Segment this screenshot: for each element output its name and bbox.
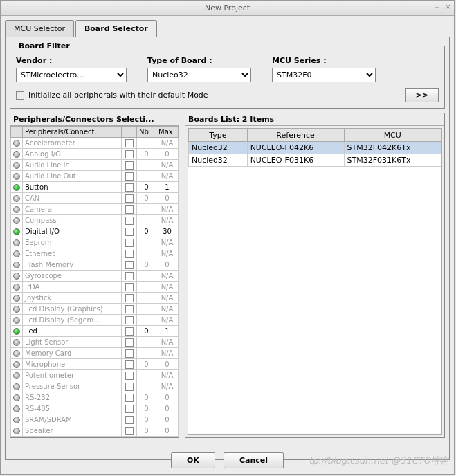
expand-button[interactable]: >>: [405, 88, 439, 102]
periph-checkbox[interactable]: [125, 416, 134, 424]
periph-checkbox[interactable]: [125, 228, 134, 236]
status-dot-icon: [13, 273, 20, 280]
periph-name: Audio Line Out: [23, 171, 122, 182]
periph-row[interactable]: JoystickN/A: [11, 293, 179, 304]
type-select[interactable]: Nucleo32: [147, 68, 251, 82]
periph-name: Camera: [23, 204, 122, 215]
periph-checkbox[interactable]: [125, 150, 134, 158]
board-row[interactable]: Nucleo32NUCLEO-F042K6STM32F042K6Tx: [189, 142, 441, 154]
periph-row[interactable]: Memory CardN/A: [11, 348, 179, 359]
periph-checkbox[interactable]: [125, 316, 134, 324]
periph-row[interactable]: Audio Line OutN/A: [11, 171, 179, 182]
periph-checkbox[interactable]: [125, 139, 134, 147]
periph-row[interactable]: RS-48500: [11, 403, 179, 414]
periph-row[interactable]: Digital I/O030: [11, 226, 179, 237]
periph-row[interactable]: Light SensorN/A: [11, 337, 179, 348]
periph-row[interactable]: GyroscopeN/A: [11, 271, 179, 282]
periph-row[interactable]: CAN00: [11, 193, 179, 204]
periph-row[interactable]: EepromN/A: [11, 237, 179, 248]
board-mcu: STM32F042K6Tx: [344, 142, 441, 154]
periph-checkbox[interactable]: [125, 194, 134, 203]
periph-checkbox[interactable]: [125, 272, 134, 280]
periph-row[interactable]: IrDAN/A: [11, 282, 179, 293]
periph-checkbox[interactable]: [125, 405, 134, 413]
periph-checkbox[interactable]: [125, 205, 134, 214]
periph-checkbox[interactable]: [125, 183, 134, 192]
periph-checkbox[interactable]: [125, 383, 134, 391]
periph-row[interactable]: Lcd Display (Graphics)N/A: [11, 304, 179, 315]
periph-row[interactable]: Temperature SensorN/A: [11, 437, 179, 438]
tab-board-selector[interactable]: Board Selector: [75, 20, 157, 37]
periph-name: Compass: [23, 215, 122, 226]
periph-max: N/A: [156, 237, 179, 248]
periph-checkbox[interactable]: [125, 250, 134, 258]
periph-nb: 0: [137, 425, 156, 437]
board-type: Nucleo32: [189, 154, 248, 167]
vendor-select[interactable]: STMicroelectro...: [16, 68, 127, 82]
periph-row[interactable]: Microphone00: [11, 359, 179, 370]
periph-checkbox[interactable]: [125, 283, 134, 291]
periph-max: N/A: [156, 271, 179, 282]
periph-row[interactable]: Flash Memory00: [11, 259, 179, 271]
periph-nb: [137, 215, 156, 226]
status-dot-icon: [13, 184, 20, 191]
periph-name: RS-485: [23, 403, 122, 414]
periph-row[interactable]: Led01: [11, 326, 179, 337]
peripherals-scroll[interactable]: Peripherals/Connect... Nb Max Accelerome…: [10, 126, 179, 437]
periph-checkbox[interactable]: [125, 360, 134, 369]
periph-row[interactable]: Pressure SensorN/A: [11, 381, 179, 392]
boards-title: Boards List: 2 Items: [185, 113, 444, 126]
cancel-button[interactable]: Cancel: [224, 452, 284, 468]
periph-row[interactable]: CameraN/A: [11, 204, 179, 215]
periph-checkbox[interactable]: [125, 372, 134, 380]
periph-header-nb[interactable]: Nb: [137, 127, 156, 138]
boards-header-mcu[interactable]: MCU: [344, 129, 441, 142]
board-row[interactable]: Nucleo32NUCLEO-F031K6STM32F031K6Tx: [189, 154, 441, 167]
periph-max: N/A: [156, 315, 179, 326]
periph-checkbox[interactable]: [125, 394, 134, 402]
periph-row[interactable]: Analog I/O00: [11, 149, 179, 160]
periph-row[interactable]: SRAM/SDRAM00: [11, 414, 179, 425]
periph-max: N/A: [156, 370, 179, 381]
periph-checkbox[interactable]: [125, 161, 134, 170]
periph-row[interactable]: Lcd Display (Segem...N/A: [11, 315, 179, 326]
periph-row[interactable]: Button01: [11, 182, 179, 193]
periph-checkbox[interactable]: [125, 338, 134, 347]
periph-row[interactable]: Speaker00: [11, 425, 179, 437]
board-filter-group: Board Filter Vendor : STMicroelectro... …: [10, 42, 445, 109]
window-title: New Project: [205, 3, 250, 12]
ok-button[interactable]: OK: [171, 452, 215, 468]
init-checkbox[interactable]: [16, 91, 24, 100]
periph-row[interactable]: PotentiometerN/A: [11, 370, 179, 381]
periph-checkbox[interactable]: [125, 217, 134, 225]
periph-checkbox[interactable]: [125, 239, 134, 247]
boards-panel: Boards List: 2 Items Type Reference MCU …: [185, 113, 445, 438]
periph-row[interactable]: Audio Line InN/A: [11, 160, 179, 171]
status-dot-icon: [13, 140, 20, 147]
periph-checkbox[interactable]: [125, 261, 134, 269]
periph-checkbox[interactable]: [125, 294, 134, 302]
periph-checkbox[interactable]: [125, 327, 134, 336]
tab-bar: MCU Selector Board Selector: [5, 20, 450, 37]
status-dot-icon: [13, 339, 20, 346]
periph-row[interactable]: EthernetN/A: [11, 248, 179, 259]
series-select[interactable]: STM32F0: [272, 68, 376, 82]
minimize-icon[interactable]: ＋: [433, 2, 441, 12]
periph-checkbox[interactable]: [125, 305, 134, 313]
periph-max: N/A: [156, 204, 179, 215]
periph-name: CAN: [23, 193, 122, 204]
periph-header-name[interactable]: Peripherals/Connect...: [23, 127, 122, 138]
periph-checkbox[interactable]: [125, 349, 134, 358]
periph-row[interactable]: RS-23200: [11, 392, 179, 403]
status-dot-icon: [13, 217, 20, 224]
boards-header-type[interactable]: Type: [189, 129, 248, 142]
periph-header-max[interactable]: Max: [156, 127, 179, 138]
close-icon[interactable]: ×: [445, 2, 451, 12]
tab-mcu-selector[interactable]: MCU Selector: [5, 20, 74, 37]
titlebar[interactable]: New Project ＋ ×: [1, 1, 454, 16]
periph-row[interactable]: CompassN/A: [11, 215, 179, 226]
boards-header-ref[interactable]: Reference: [247, 129, 344, 142]
periph-checkbox[interactable]: [125, 172, 134, 181]
periph-row[interactable]: AccelerometerN/A: [11, 138, 179, 149]
periph-checkbox[interactable]: [125, 427, 134, 435]
